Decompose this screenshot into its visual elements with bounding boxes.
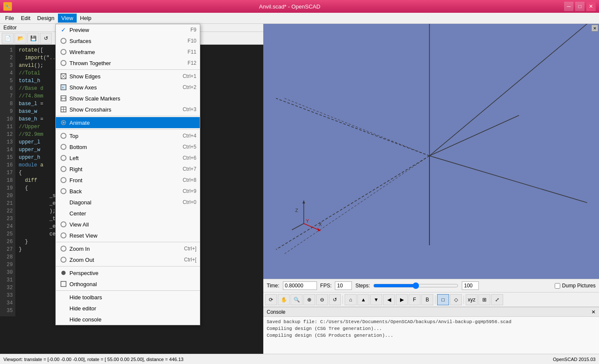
menu-show-scale-markers[interactable]: Show Scale Markers	[56, 93, 200, 104]
fullscreen-button[interactable]: ⤢	[491, 294, 503, 305]
view-left-button[interactable]: ◀	[383, 294, 395, 305]
menu-animate[interactable]: Animate	[56, 117, 200, 128]
scale-toggle-button[interactable]: ⊞	[478, 294, 490, 305]
animate-bar: Time: FPS: Steps: Dump Pictures	[263, 279, 599, 292]
front-icon	[59, 177, 68, 183]
svg-rect-15	[61, 281, 66, 287]
menu-center[interactable]: Center	[56, 208, 200, 219]
open-button[interactable]: 📂	[14, 33, 26, 44]
viewport-toolbar: ⟳ ✋ 🔍 ⊕ ⊖ ↺ ⌂ ▲ ▼ ◀ ▶ F B □ ◇ xyz ⊞ ⤢	[263, 292, 599, 307]
menu-diagonal[interactable]: Diagonal Ctrl+0	[56, 197, 200, 208]
menu-show-edges[interactable]: Show Edges Ctrl+1	[56, 71, 200, 82]
hide-console-label: Hide console	[68, 316, 188, 323]
menu-hide-console[interactable]: Hide console	[56, 314, 200, 325]
menu-design[interactable]: Design	[34, 14, 58, 23]
menu-right[interactable]: Right Ctrl+7	[56, 163, 200, 175]
zoom-in-button[interactable]: ⊕	[303, 294, 315, 305]
svg-line-24	[429, 115, 519, 156]
dump-pictures-checkbox[interactable]	[555, 283, 560, 289]
console-line-1: Saved backup file: C:/Users/Steve/Docume…	[267, 318, 596, 325]
menu-preview[interactable]: ✓ Preview F9	[56, 24, 200, 35]
fps-input[interactable]	[335, 281, 352, 290]
menu-hide-editor[interactable]: Hide editor	[56, 303, 200, 314]
svg-marker-26	[302, 200, 305, 203]
view-home-button[interactable]: ⌂	[345, 294, 357, 305]
menu-edit[interactable]: Edit	[17, 14, 34, 23]
view-right-button[interactable]: ▶	[396, 294, 408, 305]
menu-zoom-in[interactable]: Zoom In Ctrl+]	[56, 243, 200, 254]
show-edges-shortcut: Ctrl+1	[174, 73, 196, 79]
menu-wireframe[interactable]: Wireframe F11	[56, 46, 200, 57]
back-label: Back	[68, 188, 174, 195]
separator-vp3	[464, 295, 464, 304]
menu-reset-view[interactable]: Reset View	[56, 230, 200, 241]
menu-top[interactable]: Top Ctrl+4	[56, 130, 200, 141]
ortho-button[interactable]: □	[437, 294, 449, 305]
surfaces-icon	[59, 38, 68, 44]
animate-icon	[59, 120, 68, 126]
steps-input[interactable]	[462, 281, 479, 290]
line-numbers: 12345 678910 1112131415 1617181920 21222…	[0, 45, 15, 316]
menu-view-all[interactable]: View All	[56, 219, 200, 230]
save-button[interactable]: 💾	[27, 33, 39, 44]
console-header: Console ✕	[263, 307, 599, 317]
menu-front[interactable]: Front Ctrl+8	[56, 175, 200, 186]
separator-4	[56, 242, 200, 242]
view-top-button[interactable]: ▲	[357, 294, 369, 305]
view-front-button[interactable]: F	[409, 294, 420, 305]
menu-perspective[interactable]: Perspective	[56, 267, 200, 278]
svg-marker-13	[63, 121, 65, 124]
menu-bar: File Edit Design View Help	[0, 13, 599, 24]
bottom-shortcut: Ctrl+5	[174, 144, 196, 150]
menu-surfaces[interactable]: Surfaces F10	[56, 35, 200, 46]
menu-file[interactable]: File	[2, 14, 17, 23]
menu-zoom-out[interactable]: Zoom Out Ctrl+[	[56, 254, 200, 265]
console-panel: Console ✕ Saved backup file: C:/Users/St…	[263, 307, 599, 354]
menu-show-axes[interactable]: + Show Axes Ctrl+2	[56, 82, 200, 93]
minimize-button[interactable]: ─	[564, 2, 573, 11]
zoom-out-button[interactable]: ⊖	[316, 294, 328, 305]
zoom-window-button[interactable]: 🔍	[291, 294, 302, 305]
menu-orthogonal[interactable]: Orthogonal	[56, 278, 200, 289]
menu-help[interactable]: Help	[77, 14, 95, 23]
right-label: Right	[68, 166, 174, 172]
reload-button[interactable]: ↺	[40, 33, 52, 44]
perspective-button[interactable]: ◇	[450, 294, 462, 305]
svg-text:+: +	[62, 86, 64, 90]
svg-line-27	[304, 224, 319, 230]
steps-slider[interactable]	[373, 282, 458, 289]
menu-show-crosshairs[interactable]: Show Crosshairs Ctrl+3	[56, 104, 200, 115]
reset-button[interactable]: ↺	[329, 294, 341, 305]
console-close-button[interactable]: ✕	[591, 309, 596, 315]
maximize-button[interactable]: □	[575, 2, 585, 11]
left-label: Left	[68, 155, 174, 161]
viewport-lines	[263, 24, 599, 279]
menu-view[interactable]: View	[58, 14, 77, 23]
time-input[interactable]	[283, 281, 317, 290]
preview-check-icon: ✓	[59, 26, 68, 33]
dump-pictures-area: Dump Pictures	[555, 283, 596, 289]
view-bottom-button[interactable]: ▼	[370, 294, 382, 305]
separator-5	[56, 266, 200, 267]
menu-hide-toolbars[interactable]: Hide toolbars	[56, 292, 200, 303]
zoom-out-label: Zoom Out	[68, 257, 176, 263]
wireframe-shortcut: F11	[179, 49, 196, 55]
viewport-close-button[interactable]: ✕	[591, 25, 598, 32]
close-button[interactable]: ✕	[586, 2, 596, 11]
menu-bottom[interactable]: Bottom Ctrl+5	[56, 141, 200, 152]
menu-left[interactable]: Left Ctrl+6	[56, 152, 200, 163]
window-title: Anvil.scad* - OpenSCAD	[15, 3, 564, 10]
pan-button[interactable]: ✋	[278, 294, 290, 305]
menu-thrown-together[interactable]: Thrown Together F12	[56, 57, 200, 69]
new-button[interactable]: 📄	[2, 33, 14, 44]
axes-arrows	[287, 194, 325, 232]
preview-label: Preview	[68, 27, 182, 33]
menu-back[interactable]: Back Ctrl+9	[56, 186, 200, 197]
axes-toggle-button[interactable]: xyz	[466, 294, 478, 305]
app-icon: 🔧	[3, 2, 12, 11]
view-back-button[interactable]: B	[421, 294, 433, 305]
show-scale-markers-icon	[59, 95, 68, 101]
rotate-button[interactable]: ⟳	[265, 294, 277, 305]
separator-vp1	[343, 295, 343, 304]
separator-2	[56, 116, 200, 116]
